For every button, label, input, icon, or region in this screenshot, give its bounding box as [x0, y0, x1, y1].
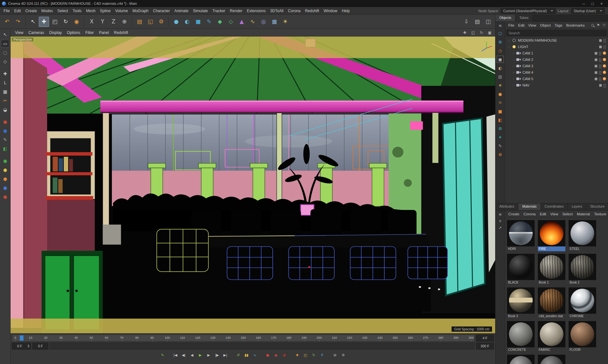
- edit-badge-icon[interactable]: [595, 65, 597, 68]
- live-selection-button[interactable]: ↖: [1, 31, 9, 38]
- pen-button[interactable]: ✎: [1, 136, 9, 144]
- material-tile-book-2[interactable]: Book 2: [569, 254, 596, 285]
- zoom-view-icon[interactable]: ◱: [470, 30, 477, 36]
- menu-help[interactable]: Help: [339, 8, 352, 14]
- close-button[interactable]: ✕: [597, 2, 606, 5]
- fields-button[interactable]: ◇: [226, 17, 236, 27]
- live-selection-button[interactable]: ↖: [28, 17, 38, 27]
- viewport-menu-redshift[interactable]: Redshift: [112, 29, 131, 36]
- move-button[interactable]: ✚: [1, 70, 9, 78]
- sun-strip-button[interactable]: ☼: [497, 99, 504, 106]
- add-cube-button[interactable]: ■: [193, 17, 203, 27]
- range-start-field[interactable]: 0 F: [32, 343, 48, 350]
- polygon-selection-button[interactable]: ◇: [1, 58, 9, 65]
- record-pla-button[interactable]: ⊞: [331, 352, 339, 359]
- rotate-tool-button[interactable]: ↻: [61, 17, 71, 27]
- cube-strip-button[interactable]: ■: [497, 108, 504, 115]
- animation-palette-button[interactable]: ✎: [159, 352, 166, 359]
- start-frame-spinner[interactable]: 0 F: [12, 343, 31, 350]
- material-tile-floor[interactable]: FLOOR: [569, 321, 596, 352]
- prev-key-button[interactable]: ◀|: [180, 352, 187, 359]
- edit-badge-icon[interactable]: [599, 39, 602, 42]
- lasso-selection-button[interactable]: ◌: [1, 49, 9, 56]
- material-tile-unnamed[interactable]: [507, 355, 535, 364]
- viewport-canvas[interactable]: [11, 37, 495, 333]
- tab-coordinates[interactable]: Coordinates: [541, 203, 568, 210]
- menu-mesh[interactable]: Mesh: [84, 8, 97, 14]
- material-tile-fabric[interactable]: FABRIC: [538, 321, 565, 352]
- camera-target-icon[interactable]: [603, 64, 606, 68]
- menu-mograph[interactable]: MoGraph: [130, 8, 151, 14]
- next-frame-button[interactable]: ▶: [205, 352, 212, 359]
- yellow-shader-ball-button[interactable]: ●: [1, 166, 9, 174]
- material-thumbnail[interactable]: [507, 355, 535, 364]
- uv-edit-button[interactable]: ◧: [1, 145, 9, 153]
- record-parameter-button[interactable]: P: [318, 352, 326, 359]
- render-strip-button[interactable]: ▤: [497, 73, 504, 80]
- render-settings-button[interactable]: ⚙: [156, 17, 166, 27]
- rotate-view-icon[interactable]: ↻: [478, 30, 485, 36]
- object-menu-edit[interactable]: Edit: [516, 23, 527, 28]
- menu-select[interactable]: Select: [55, 8, 70, 14]
- autokeying-button[interactable]: ◉: [272, 352, 280, 359]
- knife-button[interactable]: ✂: [1, 97, 9, 104]
- record-keyframe-button[interactable]: ●: [264, 352, 271, 359]
- layout-dropdown[interactable]: Startup (User): [571, 8, 605, 14]
- menu-tracker[interactable]: Tracker: [210, 8, 228, 14]
- menu-animate[interactable]: Animate: [172, 8, 191, 14]
- render-region-button[interactable]: ◱: [145, 17, 155, 27]
- material-thumbnail[interactable]: [507, 321, 535, 347]
- materials-menu-edit[interactable]: Edit: [538, 211, 548, 217]
- goto-start-button[interactable]: |◀: [171, 352, 179, 359]
- lock-x-axis-button[interactable]: X: [87, 17, 97, 27]
- environment-button[interactable]: ◐: [182, 17, 192, 27]
- wand-button[interactable]: ✦: [497, 134, 504, 141]
- take-recorder-button[interactable]: ▤: [472, 17, 482, 27]
- materials-menu-select[interactable]: Select: [561, 211, 575, 217]
- object-row-cam-1[interactable]: ∘CAM 1: [505, 50, 608, 56]
- keying-settings-button[interactable]: ⚙: [339, 352, 347, 359]
- material-tile-chrome[interactable]: CHROME: [569, 287, 596, 318]
- viewport-menu-panel[interactable]: Panel: [96, 29, 112, 36]
- settings-gear-button[interactable]: ⚙: [497, 38, 504, 46]
- edit-badge-icon[interactable]: [595, 58, 597, 61]
- material-tile-book-1[interactable]: Book 1: [538, 254, 565, 285]
- coordinate-system-button[interactable]: ⊕: [119, 17, 129, 27]
- mesh-grid-button[interactable]: ▦: [1, 88, 9, 95]
- object-row-cam-2[interactable]: ∘CAM 2: [505, 56, 608, 63]
- menu-spline[interactable]: Spline: [98, 8, 113, 14]
- object-menu-tags[interactable]: Tags: [553, 23, 564, 28]
- bucket-strip-button[interactable]: ◧: [497, 116, 504, 123]
- object-row-nav[interactable]: ∘NAV: [505, 82, 608, 88]
- visibility-dots-icon[interactable]: [603, 45, 606, 49]
- simulate-button[interactable]: ∿: [247, 17, 258, 27]
- key-mode-button[interactable]: ▮▮: [243, 352, 250, 359]
- sound-mode-button[interactable]: ∿: [251, 352, 259, 359]
- record-rotation-button[interactable]: ↻: [310, 352, 318, 359]
- edit-badge-icon[interactable]: [595, 52, 597, 55]
- material-strip-button[interactable]: ◐: [497, 64, 504, 71]
- material-thumbnail[interactable]: [507, 220, 535, 246]
- orange-shader-ball-button[interactable]: ●: [1, 175, 9, 183]
- visibility-dots-icon[interactable]: [599, 64, 602, 68]
- redo-button[interactable]: ↷: [13, 17, 23, 27]
- material-tile-unnamed[interactable]: [538, 355, 565, 364]
- keyframe-selection-button[interactable]: ●: [280, 352, 288, 359]
- visibility-dots-icon[interactable]: [599, 70, 602, 75]
- materials-menu-material[interactable]: Material: [575, 211, 592, 217]
- lock-z-axis-button[interactable]: Z: [108, 17, 119, 27]
- material-thumbnail[interactable]: [538, 287, 565, 314]
- tab-materials[interactable]: Materials: [518, 203, 541, 210]
- viewport-solo-button[interactable]: ●: [1, 184, 9, 192]
- light-tool-button[interactable]: ☀: [280, 17, 290, 27]
- minimize-button[interactable]: —: [579, 2, 588, 5]
- bodypaint-button[interactable]: ●: [1, 127, 9, 135]
- sphere-strip-button[interactable]: ●: [497, 90, 504, 97]
- project-gear-button[interactable]: ⚙: [497, 151, 504, 158]
- menu-volume[interactable]: Volume: [113, 8, 130, 14]
- edit-badge-icon[interactable]: [599, 46, 602, 48]
- record-position-button[interactable]: ✚: [293, 352, 301, 359]
- menu-extensions[interactable]: Extensions: [245, 8, 268, 14]
- tab-takes[interactable]: Takes: [515, 15, 533, 21]
- material-thumbnail[interactable]: [538, 220, 565, 246]
